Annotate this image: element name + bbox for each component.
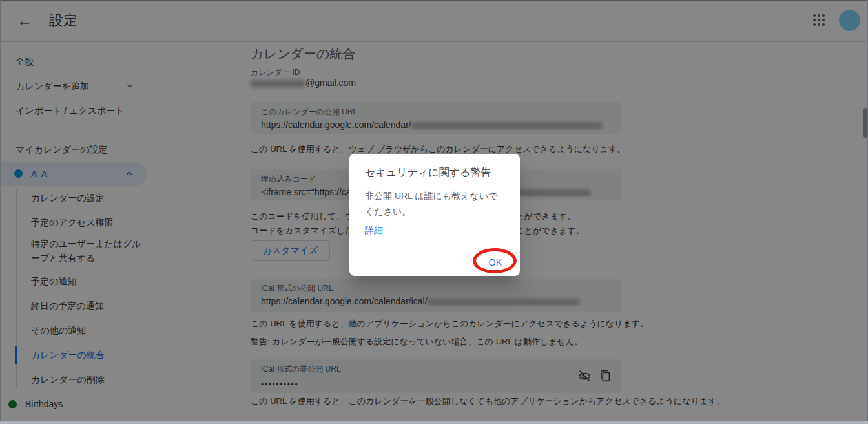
details-link[interactable]: 詳細 (365, 225, 383, 237)
dialog-title: セキュリティに関する警告 (365, 165, 504, 180)
dialog-body: 非公開 URL は誰にも教えないでください。 (365, 188, 506, 219)
ok-button[interactable]: OK (480, 253, 511, 271)
security-warning-dialog: セキュリティに関する警告 非公開 URL は誰にも教えないでください。 詳細 O… (349, 154, 520, 276)
